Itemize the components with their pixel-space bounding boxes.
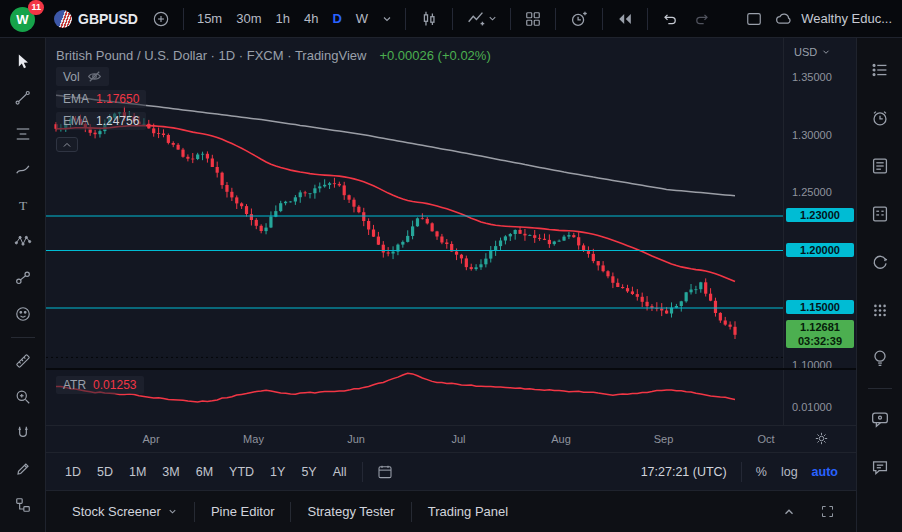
ema-fast-legend[interactable]: EMA 1.17650 xyxy=(56,90,146,108)
text-icon: T xyxy=(13,196,33,216)
chevron-down-icon xyxy=(821,47,831,57)
cursor-tool-button[interactable] xyxy=(4,44,42,80)
interval-W[interactable]: W xyxy=(350,7,374,30)
undo-button[interactable] xyxy=(655,5,685,33)
collapse-legend-button[interactable] xyxy=(56,137,78,152)
alert-button[interactable] xyxy=(563,4,595,34)
atr-line[interactable] xyxy=(56,373,735,402)
fullscreen-button[interactable] xyxy=(739,5,769,33)
text-tool-button[interactable]: T xyxy=(4,188,42,224)
cloud-account-button[interactable]: Wealthy Educ... xyxy=(771,4,894,34)
range-All[interactable]: All xyxy=(326,461,354,483)
magnet-icon xyxy=(13,423,33,443)
pane-divider[interactable] xyxy=(46,368,856,370)
range-YTD[interactable]: YTD xyxy=(222,461,261,483)
magnifier-icon xyxy=(13,387,33,407)
time-axis-month-label[interactable]: Aug xyxy=(551,433,571,445)
panel-collapse-button[interactable] xyxy=(777,501,801,523)
clock-timezone-button[interactable]: 17:27:21 (UTC) xyxy=(635,461,733,483)
tab-pine-editor[interactable]: Pine Editor xyxy=(195,491,291,532)
time-axis[interactable]: AprMayJunJulAugSepOct xyxy=(46,425,856,452)
ideas-button[interactable] xyxy=(861,334,899,382)
fib-retracement-tool-button[interactable] xyxy=(4,116,42,152)
plus-circle-icon xyxy=(151,9,171,29)
chart-title[interactable]: British Pound / U.S. Dollar · 1D · FXCM … xyxy=(56,48,366,63)
indicators-button[interactable] xyxy=(460,4,503,34)
account-menu-button[interactable]: W 11 xyxy=(8,4,42,34)
chevron-down-icon xyxy=(487,13,498,24)
ema-slow-legend[interactable]: EMA 1.24756 xyxy=(56,112,146,130)
interval-dropdown-button[interactable] xyxy=(376,9,398,29)
level-price-label[interactable]: 1.23000 xyxy=(786,208,854,222)
data-window-button[interactable] xyxy=(861,190,899,238)
price-axis[interactable]: USD 1.350001.300001.250001.100001.230001… xyxy=(783,38,856,425)
symbol-search-button[interactable]: GBPUSD xyxy=(48,6,144,32)
alerts-button[interactable] xyxy=(861,94,899,142)
log-scale-button[interactable]: log xyxy=(775,461,804,483)
chevron-down-icon xyxy=(167,506,178,517)
time-axis-month-label[interactable]: Sep xyxy=(654,433,674,445)
interval-group: 15m30m1h4hDW xyxy=(191,7,374,30)
magnet-tool-button[interactable] xyxy=(4,415,42,451)
range-3M[interactable]: 3M xyxy=(155,461,186,483)
tab-strategy-tester[interactable]: Strategy Tester xyxy=(291,491,410,532)
measure-tool-button[interactable] xyxy=(4,343,42,379)
chart-pane[interactable]: British Pound / U.S. Dollar · 1D · FXCM … xyxy=(46,38,856,452)
calendar-button[interactable] xyxy=(861,286,899,334)
percent-scale-button[interactable]: % xyxy=(750,461,773,483)
level-price-label[interactable]: 1.15000 xyxy=(786,300,854,314)
pencil-icon xyxy=(13,459,33,479)
hotlists-button[interactable] xyxy=(861,238,899,286)
brush-tool-button[interactable] xyxy=(4,152,42,188)
currency-switch[interactable]: USD xyxy=(794,46,831,58)
panel-maximize-button[interactable] xyxy=(815,500,840,523)
multichart-layout-button[interactable] xyxy=(518,5,548,33)
axis-settings-button[interactable] xyxy=(813,430,830,447)
cursor-icon xyxy=(13,52,33,72)
interval-15m[interactable]: 15m xyxy=(191,7,228,30)
range-5D[interactable]: 5D xyxy=(90,461,120,483)
edit-tool-button[interactable] xyxy=(4,451,42,487)
range-6M[interactable]: 6M xyxy=(189,461,220,483)
range-5Y[interactable]: 5Y xyxy=(294,461,323,483)
chart-style-button[interactable] xyxy=(413,4,445,34)
interval-D[interactable]: D xyxy=(326,7,347,30)
volume-indicator-legend[interactable]: Vol xyxy=(56,67,109,86)
replay-button[interactable] xyxy=(610,5,640,33)
prediction-tool-button[interactable] xyxy=(4,260,42,296)
time-axis-month-label[interactable]: Apr xyxy=(142,433,159,445)
symbol-flag-icon xyxy=(54,10,72,28)
public-chats-button[interactable] xyxy=(861,395,899,443)
interval-1h[interactable]: 1h xyxy=(270,7,296,30)
time-axis-month-label[interactable]: Oct xyxy=(757,433,774,445)
top-toolbar: W 11 GBPUSD 15m30m1h4hDW xyxy=(0,0,902,38)
compare-add-button[interactable] xyxy=(146,5,176,33)
interval-30m[interactable]: 30m xyxy=(230,7,267,30)
interval-4h[interactable]: 4h xyxy=(298,7,324,30)
chevron-up-icon xyxy=(62,141,72,149)
atr-indicator-legend[interactable]: ATR 0.01253 xyxy=(56,376,144,394)
go-to-date-button[interactable] xyxy=(371,459,399,485)
range-1M[interactable]: 1M xyxy=(122,461,153,483)
tab-stock-screener[interactable]: Stock Screener xyxy=(56,491,194,532)
auto-scale-button[interactable]: auto xyxy=(806,461,844,483)
news-button[interactable] xyxy=(861,142,899,190)
time-axis-month-label[interactable]: Jul xyxy=(451,433,465,445)
object-tree-button[interactable] xyxy=(4,487,42,523)
range-1Y[interactable]: 1Y xyxy=(263,461,292,483)
tab-trading-panel[interactable]: Trading Panel xyxy=(412,491,524,532)
redo-button[interactable] xyxy=(687,5,717,33)
private-chat-button[interactable] xyxy=(861,443,899,491)
time-axis-month-label[interactable]: Jun xyxy=(347,433,365,445)
zoom-tool-button[interactable] xyxy=(4,379,42,415)
emoji-tool-button[interactable] xyxy=(4,296,42,332)
pattern-tool-button[interactable] xyxy=(4,224,42,260)
range-1D[interactable]: 1D xyxy=(58,461,88,483)
ema-slow-value: 1.24756 xyxy=(96,114,139,128)
watchlist-button[interactable] xyxy=(861,46,899,94)
eye-hidden-icon[interactable] xyxy=(87,69,102,84)
trend-line-tool-button[interactable] xyxy=(4,80,42,116)
ruler-icon xyxy=(13,351,33,371)
level-price-label[interactable]: 1.20000 xyxy=(786,243,854,257)
time-axis-month-label[interactable]: May xyxy=(243,433,264,445)
